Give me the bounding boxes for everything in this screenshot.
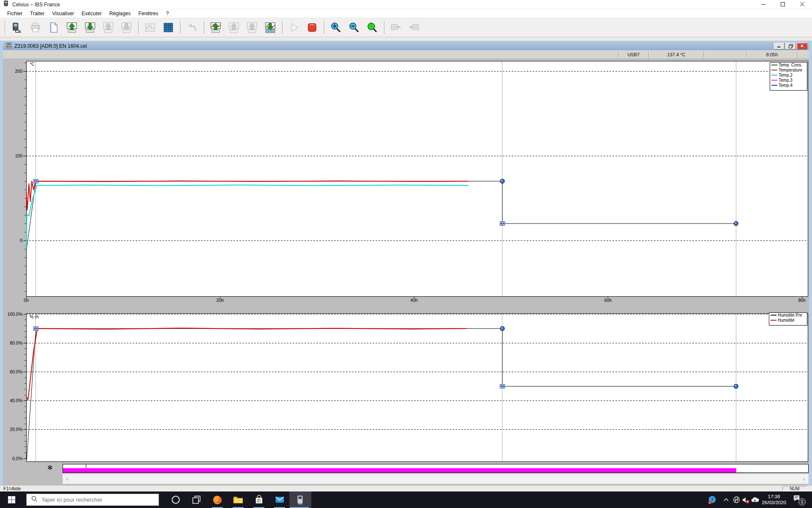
taskbar-firefox-icon[interactable] xyxy=(207,491,228,508)
app-titlebar: Celsius – IBS France xyxy=(0,0,812,9)
minimize-icon[interactable] xyxy=(754,0,773,9)
svg-text:!: ! xyxy=(709,500,710,504)
tray-chevron-up-icon[interactable] xyxy=(721,491,731,508)
status-current-temperature: 137.4 °C xyxy=(648,51,704,58)
doc-close-icon[interactable]: ✕ xyxy=(797,43,807,50)
connect-device-icon[interactable] xyxy=(10,20,25,35)
svg-text:80h: 80h xyxy=(798,298,806,303)
horizontal-scrollbar[interactable]: ‹ › xyxy=(63,474,809,484)
zoom-in-icon[interactable] xyxy=(329,20,343,35)
tray-volume-muted-icon[interactable] xyxy=(741,491,751,508)
notification-badge: 1 xyxy=(798,498,806,505)
stop-icon[interactable] xyxy=(305,20,319,35)
program-read-icon[interactable] xyxy=(208,20,223,35)
tray-help-icon[interactable]: ?! xyxy=(707,491,717,508)
app-statusbar: F1=Aide NUM xyxy=(0,485,812,491)
svg-text:Temperature: Temperature xyxy=(779,68,803,72)
toolbar-separator xyxy=(204,21,205,34)
doc-minimize-icon[interactable] xyxy=(774,43,785,50)
channel-band-active xyxy=(63,468,736,472)
status-spare-cell xyxy=(704,51,746,58)
document-titlebar: Z319.0063 [ADR:0] EN 1604.cel ✕ xyxy=(3,41,809,50)
new-document-icon[interactable] xyxy=(47,20,61,35)
show-curve-icon xyxy=(143,20,157,35)
svg-text:40h: 40h xyxy=(410,298,418,303)
notification-center-button[interactable]: 1 xyxy=(790,491,807,508)
svg-text:40.0%: 40.0% xyxy=(10,398,22,403)
toolbar xyxy=(0,18,812,37)
menu-visualiser[interactable]: Visualiser xyxy=(48,10,78,17)
write-device-icon[interactable] xyxy=(83,20,97,35)
svg-text:?: ? xyxy=(711,497,714,502)
status-port: USB7 xyxy=(618,51,648,58)
menu-executer[interactable]: Exécuter xyxy=(78,10,105,17)
svg-text:% rh: % rh xyxy=(30,314,39,319)
window-controls xyxy=(754,0,812,9)
tray-network-icon[interactable] xyxy=(731,491,741,508)
program-write-icon xyxy=(227,20,241,35)
read-device-icon[interactable] xyxy=(65,20,79,35)
svg-text:60.0%: 60.0% xyxy=(10,369,22,374)
svg-text:20.0%: 20.0% xyxy=(10,427,22,432)
undo-icon xyxy=(185,20,199,35)
show-table-icon[interactable] xyxy=(161,20,176,35)
toolbar-separator xyxy=(324,21,325,34)
document-icon xyxy=(6,42,12,50)
numlock-indicator: NUM xyxy=(782,486,807,491)
close-icon[interactable] xyxy=(793,0,812,9)
svg-text:Temp. Cons.: Temp. Cons. xyxy=(779,63,802,67)
toolbar-separator xyxy=(282,21,283,34)
app-icon xyxy=(3,0,9,8)
status-end-cell xyxy=(797,51,809,58)
zoom-reset-icon[interactable] xyxy=(365,20,379,35)
svg-text:0: 0 xyxy=(20,238,22,243)
zoom-out-icon[interactable] xyxy=(347,20,361,35)
program-table-icon[interactable] xyxy=(263,20,277,35)
menu-traiter[interactable]: Traiter xyxy=(26,10,48,17)
taskbar-celsius-icon[interactable] xyxy=(289,491,311,508)
channel-band-tick xyxy=(86,464,86,468)
taskbar-clock[interactable]: 17:38 26/03/2020 xyxy=(760,494,787,506)
scroll-left-icon[interactable]: ‹ xyxy=(66,476,68,482)
menu-reglages[interactable]: Réglages xyxy=(105,10,134,17)
menu-fichier[interactable]: Fichier xyxy=(3,10,26,17)
fan-channel-icon: ✻ xyxy=(47,464,53,472)
svg-text:Temp.4: Temp.4 xyxy=(779,83,793,88)
temperature-chart[interactable]: 20010000h20h40h60h80hTemp. Cons.Temperat… xyxy=(0,58,812,306)
tray-onedrive-icon[interactable] xyxy=(750,491,760,508)
mdi-frame-top xyxy=(0,37,812,41)
scroll-right-icon[interactable]: › xyxy=(803,476,805,482)
document-controls: ✕ xyxy=(773,43,807,50)
svg-text:Temp.2: Temp.2 xyxy=(779,73,793,77)
start-button[interactable] xyxy=(0,491,23,508)
clock-date: 26/03/2020 xyxy=(760,500,787,505)
window-title: Celsius – IBS France xyxy=(12,2,60,8)
svg-text:200: 200 xyxy=(15,69,22,74)
svg-text:0.0%: 0.0% xyxy=(12,456,22,461)
desktop: Celsius – IBS France Fichier Traiter Vis… xyxy=(0,0,812,508)
taskbar-search[interactable] xyxy=(26,494,159,506)
taskbar-task-view-icon[interactable] xyxy=(186,491,206,508)
search-input[interactable] xyxy=(41,497,143,503)
svg-text:Humidité Pre: Humidité Pre xyxy=(778,313,802,318)
doc-restore-icon[interactable] xyxy=(785,43,796,50)
svg-text:100.0%: 100.0% xyxy=(7,312,22,317)
svg-text:Humidité: Humidité xyxy=(778,318,795,323)
taskbar-cortana-icon[interactable] xyxy=(165,491,186,508)
taskbar-explorer-icon[interactable] xyxy=(228,491,248,508)
svg-text:100: 100 xyxy=(15,153,22,158)
taskbar-store-icon[interactable] xyxy=(249,491,269,508)
svg-text:20h: 20h xyxy=(217,298,224,303)
toolbar-separator xyxy=(384,21,385,34)
svg-text:0h: 0h xyxy=(24,298,29,303)
menu-aide[interactable]: ? xyxy=(162,10,173,17)
channel-band xyxy=(63,464,809,473)
menu-fenetres[interactable]: Fenêtres xyxy=(134,10,162,17)
maximize-icon[interactable] xyxy=(773,0,793,9)
humidity-chart[interactable]: 100.0%80.0%60.0%40.0%20.0%0.0%Humidité P… xyxy=(0,306,812,464)
device-status-row: USB7 137.4 °C 8:05h xyxy=(3,50,809,58)
toolbar-separator xyxy=(138,21,139,34)
menubar: Fichier Traiter Visualiser Exécuter Régl… xyxy=(0,9,812,18)
search-icon xyxy=(31,496,38,504)
taskbar-mail-icon[interactable] xyxy=(269,491,290,508)
